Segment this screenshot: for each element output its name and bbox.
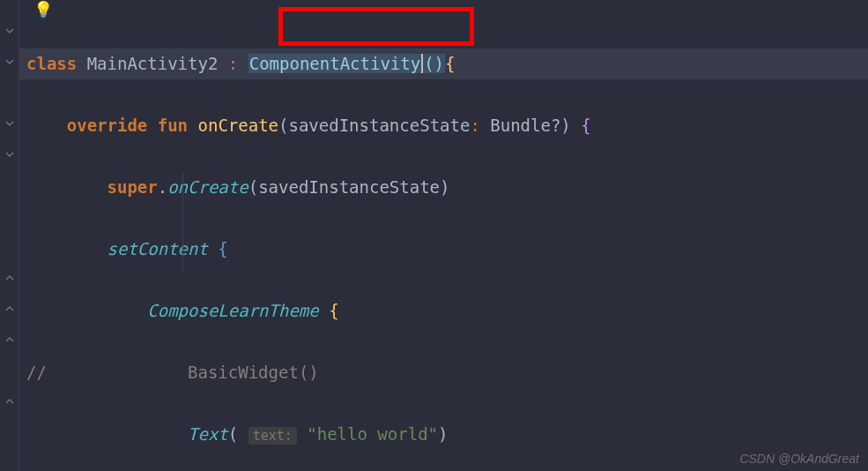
fold-toggle-icon[interactable] (4, 25, 16, 37)
code-line: class MainActivity2 : ComponentActivity(… (19, 49, 868, 79)
method-call: ComposeLearnTheme (147, 301, 318, 320)
code-line: super.onCreate(savedInstanceState) (19, 172, 868, 203)
fold-end-icon[interactable] (4, 303, 16, 315)
keyword-super: super (108, 177, 158, 197)
fold-end-icon[interactable] (4, 272, 16, 284)
fold-end-icon[interactable] (4, 333, 16, 346)
keyword-class: class (26, 54, 77, 73)
keyword-fun: fun (158, 116, 188, 135)
editor-gutter[interactable] (0, 0, 19, 471)
supertype: ComponentActivity (249, 54, 421, 73)
lightbulb-icon[interactable]: 💡 (33, 0, 53, 19)
code-line: override fun onCreate(savedInstanceState… (19, 110, 868, 141)
method-call: setContent (108, 239, 208, 258)
keyword-override: override (67, 116, 148, 135)
code-line: Text( text: "hello world") (19, 419, 868, 450)
class-name: MainActivity2 (87, 54, 219, 73)
method-call: onCreate (167, 177, 249, 197)
commented-code: BasicWidget() (188, 363, 319, 382)
string-literal: "hello world" (307, 424, 438, 444)
code-editor[interactable]: class MainActivity2 : ComponentActivity(… (19, 18, 868, 471)
code-line: setContent { (19, 234, 868, 265)
fold-end-icon[interactable] (4, 395, 16, 407)
fold-toggle-icon[interactable] (4, 117, 16, 130)
fold-toggle-icon[interactable] (4, 56, 16, 68)
watermark-text: CSDN @OkAndGreat (739, 452, 859, 466)
fold-toggle-icon[interactable] (4, 148, 16, 161)
indent-guide (182, 172, 183, 273)
code-line: // BasicWidget() (19, 357, 868, 388)
code-line: ComposeLearnTheme { (19, 295, 868, 326)
method-call: Text (188, 424, 228, 444)
function-name: onCreate (198, 116, 279, 135)
parameter-hint: text: (249, 427, 297, 445)
comment-marker: // (26, 363, 47, 382)
